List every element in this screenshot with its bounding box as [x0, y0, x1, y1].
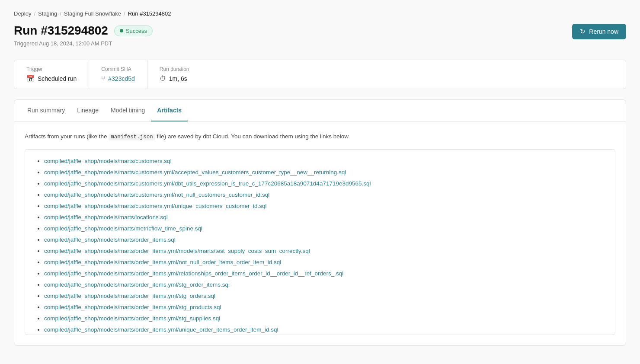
duration-value: ⏱ 1m, 6s	[160, 75, 189, 82]
meta-trigger: Trigger 📅 Scheduled run	[14, 60, 89, 89]
breadcrumb-sep-1: /	[34, 10, 35, 17]
tab-lineage[interactable]: Lineage	[71, 100, 105, 121]
artifacts-desc-post: file) are saved by dbt Cloud. You can do…	[155, 133, 350, 140]
list-item: compiled/jaffle_shop/models/marts/order_…	[44, 326, 605, 333]
rerun-label: Rerun now	[589, 28, 618, 35]
clock-icon: ⏱	[160, 75, 166, 82]
status-badge: Success	[114, 26, 153, 36]
tab-artifacts[interactable]: Artifacts	[151, 100, 188, 121]
list-item: compiled/jaffle_shop/models/marts/order_…	[44, 236, 605, 243]
artifacts-section: Artifacts from your runs (like the manif…	[14, 121, 626, 345]
meta-commit: Commit SHA ⑂ #323cd5d	[89, 60, 147, 89]
breadcrumb: Deploy / Staging / Staging Full Snowflak…	[14, 10, 626, 17]
run-header: Run #315294802 Success Triggered Aug 18,…	[14, 24, 626, 57]
list-item: compiled/jaffle_shop/models/marts/locati…	[44, 214, 605, 220]
artifact-link[interactable]: compiled/jaffle_shop/models/marts/order_…	[44, 281, 230, 288]
main-card: Run summary Lineage Model timing Artifac…	[14, 99, 626, 346]
artifact-link[interactable]: compiled/jaffle_shop/models/marts/order_…	[44, 293, 215, 299]
artifacts-desc-pre: Artifacts from your runs (like the	[25, 133, 109, 140]
list-item: compiled/jaffle_shop/models/marts/order_…	[44, 270, 605, 277]
tab-model-timing[interactable]: Model timing	[105, 100, 151, 121]
breadcrumb-staging[interactable]: Staging	[38, 10, 57, 17]
list-item: compiled/jaffle_shop/models/marts/custom…	[44, 202, 605, 209]
artifact-link[interactable]: compiled/jaffle_shop/models/marts/order_…	[44, 259, 281, 265]
tabs-bar: Run summary Lineage Model timing Artifac…	[14, 100, 626, 121]
artifact-link[interactable]: compiled/jaffle_shop/models/marts/locati…	[44, 214, 168, 220]
artifact-link[interactable]: compiled/jaffle_shop/models/marts/custom…	[44, 169, 346, 176]
artifact-link[interactable]: compiled/jaffle_shop/models/marts/order_…	[44, 236, 176, 243]
artifacts-description: Artifacts from your runs (like the manif…	[25, 132, 615, 141]
list-item: compiled/jaffle_shop/models/marts/order_…	[44, 259, 605, 265]
calendar-icon: 📅	[26, 75, 35, 83]
artifact-link[interactable]: compiled/jaffle_shop/models/marts/order_…	[44, 315, 220, 322]
artifact-link[interactable]: compiled/jaffle_shop/models/marts/order_…	[44, 326, 278, 333]
artifacts-desc-code: manifest.json	[109, 134, 155, 140]
list-item: compiled/jaffle_shop/models/marts/custom…	[44, 157, 605, 164]
trigger-value-text: Scheduled run	[38, 75, 77, 82]
breadcrumb-sep-2: /	[60, 10, 61, 17]
commit-label: Commit SHA	[101, 66, 135, 72]
list-item: compiled/jaffle_shop/models/marts/order_…	[44, 292, 605, 299]
rerun-icon: ↻	[580, 28, 586, 35]
trigger-label: Trigger	[26, 66, 77, 72]
artifact-link[interactable]: compiled/jaffle_shop/models/marts/custom…	[44, 158, 172, 164]
trigger-value: 📅 Scheduled run	[26, 75, 77, 83]
breadcrumb-sep-3: /	[124, 10, 125, 17]
list-item: compiled/jaffle_shop/models/marts/order_…	[44, 315, 605, 322]
artifact-link[interactable]: compiled/jaffle_shop/models/marts/order_…	[44, 270, 343, 277]
tab-run-summary[interactable]: Run summary	[21, 100, 71, 121]
run-title-text: Run #315294802	[14, 24, 108, 38]
branch-icon: ⑂	[101, 75, 105, 82]
duration-value-text: 1m, 6s	[169, 75, 187, 82]
rerun-button[interactable]: ↻ Rerun now	[572, 24, 626, 39]
artifact-link[interactable]: compiled/jaffle_shop/models/marts/order_…	[44, 248, 310, 254]
artifact-link[interactable]: compiled/jaffle_shop/models/marts/metric…	[44, 225, 202, 232]
meta-bar: Trigger 📅 Scheduled run Commit SHA ⑂ #32…	[14, 60, 626, 89]
commit-value: ⑂ #323cd5d	[101, 75, 135, 82]
list-item: compiled/jaffle_shop/models/marts/order_…	[44, 303, 605, 310]
list-item: compiled/jaffle_shop/models/marts/order_…	[44, 281, 605, 288]
run-title-row: Run #315294802 Success	[14, 24, 153, 38]
artifact-link[interactable]: compiled/jaffle_shop/models/marts/order_…	[44, 304, 221, 310]
list-item: compiled/jaffle_shop/models/marts/custom…	[44, 180, 605, 187]
duration-label: Run duration	[160, 66, 189, 72]
artifact-link[interactable]: compiled/jaffle_shop/models/marts/custom…	[44, 180, 371, 187]
list-item: compiled/jaffle_shop/models/marts/custom…	[44, 191, 605, 198]
meta-duration: Run duration ⏱ 1m, 6s	[147, 60, 202, 89]
status-label: Success	[126, 28, 147, 34]
commit-sha-link[interactable]: #323cd5d	[108, 75, 135, 82]
status-dot	[120, 29, 123, 32]
breadcrumb-current: Run #315294802	[128, 10, 171, 17]
list-item: compiled/jaffle_shop/models/marts/metric…	[44, 225, 605, 232]
list-item: compiled/jaffle_shop/models/marts/order_…	[44, 247, 605, 254]
artifact-link[interactable]: compiled/jaffle_shop/models/marts/custom…	[44, 203, 266, 209]
artifact-link[interactable]: compiled/jaffle_shop/models/marts/custom…	[44, 192, 269, 198]
breadcrumb-staging-snowflake[interactable]: Staging Full Snowflake	[64, 10, 121, 17]
artifacts-list: compiled/jaffle_shop/models/marts/custom…	[35, 157, 605, 333]
breadcrumb-deploy[interactable]: Deploy	[14, 10, 31, 17]
triggered-text: Triggered Aug 18, 2024, 12:00 AM PDT	[14, 40, 153, 47]
list-item: compiled/jaffle_shop/models/marts/custom…	[44, 169, 605, 176]
artifacts-list-container[interactable]: compiled/jaffle_shop/models/marts/custom…	[25, 149, 615, 335]
